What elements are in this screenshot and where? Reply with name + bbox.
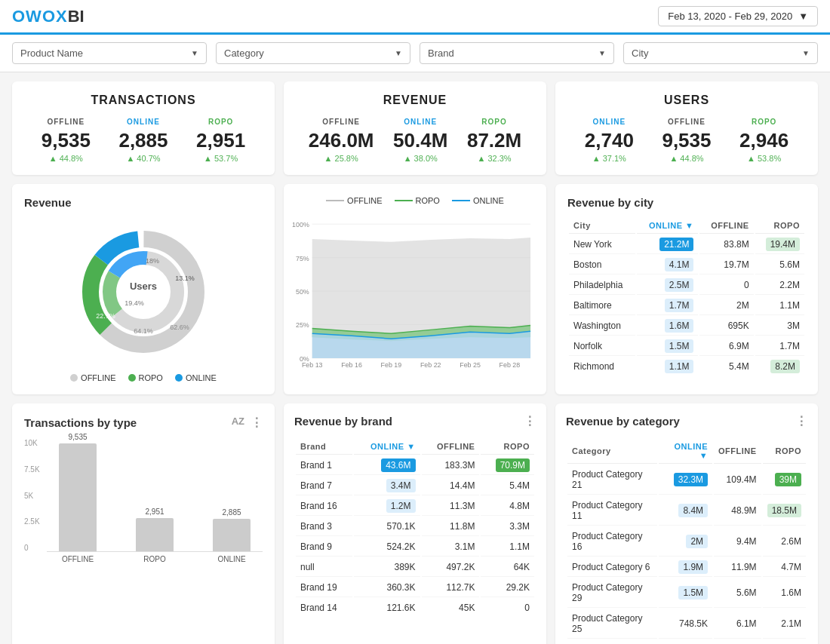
table-row: Richmond 1.1M 5.4M 8.2M <box>569 357 804 376</box>
chevron-down-icon: ▼ <box>798 11 808 22</box>
bar-online: 2,885 <box>201 508 263 551</box>
logo: OWOX BI <box>12 7 85 26</box>
online-value: 2,885 <box>118 129 168 152</box>
online-val: 1.7M <box>637 296 698 315</box>
online-val: 1.5M <box>637 337 698 356</box>
online-label: ONLINE <box>393 118 447 126</box>
online-label: ONLINE <box>585 118 634 126</box>
category-table: Category ONLINE ▼ OFFLINE ROPO Product C… <box>566 437 807 644</box>
ropo-val: 1.7M <box>755 337 804 356</box>
y-label-0: 0 <box>24 544 40 552</box>
brand-filter[interactable]: Brand ▼ <box>420 42 614 64</box>
offline-val: 6.9M <box>699 337 753 356</box>
brand-name: Brand 16 <box>296 497 352 516</box>
product-name-filter[interactable]: Product Name ▼ <box>12 42 207 64</box>
online-value: 50.4M <box>393 129 447 152</box>
table-row: Product Category 16 2M 9.4M 2.6M <box>567 527 806 557</box>
revenue-metrics: OFFLINE 246.0M 25.8% ONLINE 50.4M 38.0% … <box>299 118 531 163</box>
revenue-ropo: ROPO 87.2M 32.3% <box>467 118 521 163</box>
donut-chart: Users 13.1% 22.7% 62.6% 19.4% 18% 64.1% <box>24 216 263 367</box>
online-change: 38.0% <box>393 154 447 163</box>
online-val: 8.4M <box>659 496 712 526</box>
online-legend-label: ONLINE <box>473 196 504 205</box>
table-row: null 389K 497.2K 64K <box>296 558 534 577</box>
more-options-button[interactable]: ⋮ <box>795 414 807 428</box>
offline-val: 695K <box>699 317 753 336</box>
svg-text:Feb 22: Feb 22 <box>420 361 441 369</box>
city-filter[interactable]: City ▼ <box>623 42 818 64</box>
offline-val: 5.6M <box>714 578 761 608</box>
az-sort-button[interactable]: AZ <box>232 416 244 430</box>
col-offline: OFFLINE <box>699 218 753 234</box>
bar-value-ropo: 2,951 <box>145 508 164 516</box>
ropo-val: 1.1M <box>481 538 534 557</box>
offline-val: 3.1M <box>422 538 480 557</box>
ropo-value: 87.2M <box>467 129 521 152</box>
table-row: Product Category 21 32.3M 109.4M 39M <box>567 465 806 495</box>
area-chart-card: OFFLINE ROPO ONLINE 100% 75% 50% 25% 0% <box>284 184 546 394</box>
brand-name: Brand 7 <box>296 477 352 495</box>
col-ropo: ROPO <box>481 439 534 455</box>
header: OWOX BI Feb 13, 2020 - Feb 29, 2020 ▼ <box>0 0 830 35</box>
online-value: 2,740 <box>585 129 634 152</box>
area-chart-legend: OFFLINE ROPO ONLINE <box>296 196 534 205</box>
table-row: Brand 14 121.6K 45K 0 <box>296 599 534 617</box>
offline-val: 11.8M <box>422 517 480 536</box>
ropo-val: 4.8M <box>481 497 534 516</box>
date-range-picker[interactable]: Feb 13, 2020 - Feb 29, 2020 ▼ <box>658 6 818 26</box>
chevron-down-icon: ▼ <box>598 49 606 57</box>
online-val: 21.2M <box>637 235 698 254</box>
offline-val: 11.9M <box>714 558 761 577</box>
brand-name: Brand 9 <box>296 538 352 557</box>
ropo-change: 53.7% <box>196 154 245 163</box>
ropo-val: 39M <box>763 465 806 495</box>
online-dot <box>175 374 183 382</box>
offline-val: 6.2M <box>714 640 761 644</box>
revenue-by-brand-card: Revenue by brand ⋮ Brand ONLINE ▼ OFFLIN… <box>284 403 546 644</box>
category-filter[interactable]: Category ▼ <box>216 42 410 64</box>
bar-chart-icons: AZ ⋮ <box>232 416 263 430</box>
svg-text:62.6%: 62.6% <box>170 324 189 331</box>
brand-name: Brand 3 <box>296 517 352 536</box>
transactions-kpi: TRANSACTIONS OFFLINE 9,535 44.8% ONLINE … <box>12 81 275 175</box>
ropo-val: 0 <box>481 599 534 617</box>
category-name: Product Category 27 <box>567 640 657 644</box>
table-row: Product Category 27 554.7K 6.2M 2.5M <box>567 640 806 644</box>
main-content: TRANSACTIONS OFFLINE 9,535 44.8% ONLINE … <box>0 72 830 644</box>
brand-name: Brand 1 <box>296 456 352 475</box>
offline-label: OFFLINE <box>309 118 374 126</box>
svg-text:Feb 25: Feb 25 <box>460 361 481 369</box>
more-options-button[interactable]: ⋮ <box>251 416 263 430</box>
offline-val: 5.4M <box>699 357 753 376</box>
offline-val: 0 <box>699 276 753 295</box>
x-label-ropo: ROPO <box>124 555 186 563</box>
online-val: 4.1M <box>637 256 698 274</box>
bar-ropo: 2,951 <box>124 508 186 551</box>
category-name: Product Category 6 <box>567 558 657 577</box>
legend-ropo: ROPO <box>395 196 440 205</box>
transactions-by-type-card: Transactions by type AZ ⋮ 10K 7.5K 5K 2.… <box>12 403 275 644</box>
ropo-val: 29.2K <box>481 578 534 597</box>
svg-text:75%: 75% <box>296 255 309 262</box>
online-val: 554.7K <box>659 640 712 644</box>
revenue-title: REVENUE <box>299 94 531 107</box>
ropo-val: 4.7M <box>763 558 806 577</box>
offline-val: 14.4M <box>422 477 480 495</box>
more-options-button[interactable]: ⋮ <box>524 414 536 428</box>
online-val: 32.3M <box>659 465 712 495</box>
revenue-kpi: REVENUE OFFLINE 246.0M 25.8% ONLINE 50.4… <box>284 81 546 175</box>
bar-offline: 9,535 <box>47 433 109 551</box>
brand-title-text: Revenue by brand <box>294 415 392 428</box>
transactions-ropo: ROPO 2,951 53.7% <box>196 118 245 163</box>
charts-row: Revenue Users 13.1% 22 <box>12 184 818 394</box>
ropo-value: 2,951 <box>196 129 245 152</box>
offline-label: OFFLINE <box>662 118 711 126</box>
table-row: Product Category 11 8.4M 48.9M 18.5M <box>567 496 806 526</box>
online-val: 748.5K <box>659 609 712 639</box>
legend-ropo: ROPO <box>128 373 163 382</box>
col-online: ONLINE ▼ <box>354 439 420 455</box>
ropo-legend-label: ROPO <box>416 196 440 205</box>
y-label-5k: 5K <box>24 492 40 500</box>
revenue-donut-card: Revenue Users 13.1% 22 <box>12 184 275 394</box>
city-table: City ONLINE ▼ OFFLINE ROPO New York 21.2… <box>567 216 806 377</box>
